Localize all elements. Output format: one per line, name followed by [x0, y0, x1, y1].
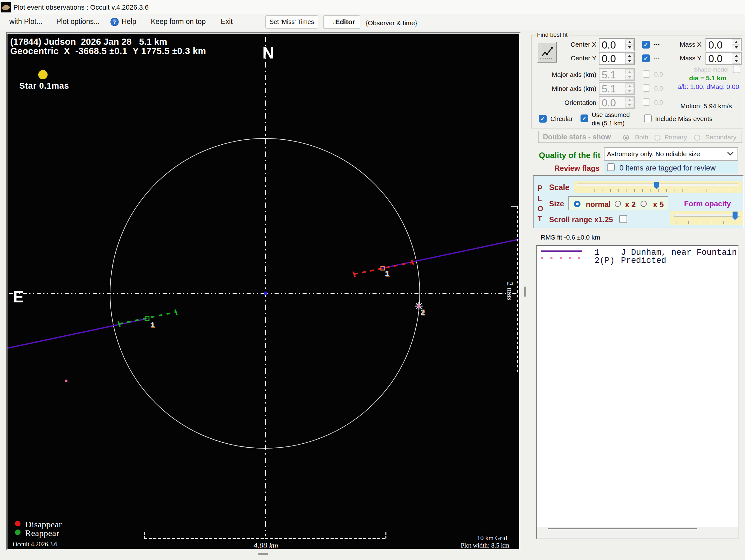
svg-text:1: 1 — [150, 321, 155, 330]
svg-text:4.00 km: 4.00 km — [253, 541, 278, 549]
svg-text:2 mas: 2 mas — [506, 282, 514, 300]
svg-text:Disappear: Disappear — [25, 520, 62, 529]
svg-text:N: N — [262, 44, 274, 62]
svg-text:Star 0.1mas: Star 0.1mas — [19, 81, 69, 91]
svg-text:1: 1 — [385, 270, 389, 278]
svg-text:?: ? — [113, 19, 116, 25]
svg-text:E: E — [13, 288, 24, 306]
svg-text:2: 2 — [420, 308, 425, 317]
svg-text:Occult 4.2026.3.6: Occult 4.2026.3.6 — [13, 541, 57, 548]
svg-text:Reappear: Reappear — [25, 528, 59, 538]
svg-text:10 km Grid: 10 km Grid — [477, 534, 507, 542]
svg-text:(17844) Judson 2026 Jan 28: (17844) Judson 2026 Jan 28 5.1 km — [10, 37, 167, 46]
svg-text:Geocentric X -3668.5 ±0.1 Y: Geocentric X -3668.5 ±0.1 Y 1775.5 ±0.3 … — [10, 46, 206, 56]
svg-text:Plot width: 8.5 km: Plot width: 8.5 km — [461, 542, 509, 549]
